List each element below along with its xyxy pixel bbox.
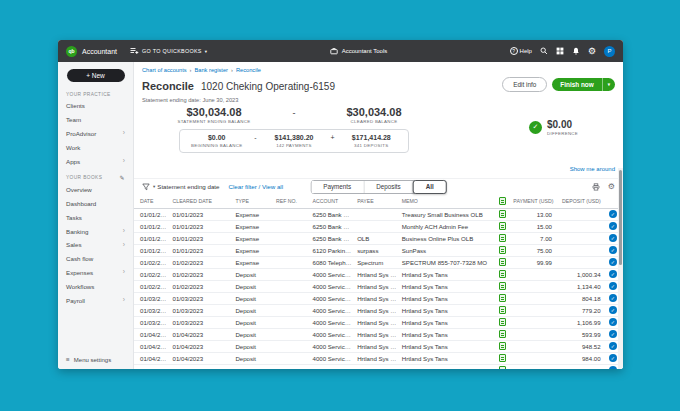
receipt-icon[interactable] — [499, 222, 506, 230]
receipt-icon[interactable] — [499, 270, 506, 278]
table-settings-gear-icon[interactable]: ⚙ — [608, 183, 615, 191]
table-row[interactable]: 01/03/202301/03/2023Deposit4000 Service … — [134, 292, 623, 304]
cleared-radio-icon[interactable]: ✓ — [609, 246, 617, 254]
tab-deposits[interactable]: Deposits — [364, 181, 414, 193]
sidebar-item-overview[interactable]: Overview — [58, 183, 133, 197]
edit-info-button[interactable]: Edit info — [502, 77, 547, 92]
profile-avatar[interactable]: P — [604, 46, 615, 57]
receipt-icon[interactable] — [499, 234, 506, 242]
cleared-radio-icon[interactable]: ✓ — [609, 342, 617, 350]
ref-no-cell — [274, 304, 311, 316]
column-header-payment-usd[interactable]: PAYMENT (USD) — [511, 194, 554, 209]
tab-payments[interactable]: Payments — [311, 181, 364, 193]
sidebar-item-cash-flow[interactable]: Cash flow — [58, 252, 133, 266]
sidebar-item-apps[interactable]: Apps› — [58, 154, 133, 168]
column-header-deposit-usd[interactable]: DEPOSIT (USD) — [554, 194, 603, 209]
sidebar-item-team[interactable]: Team — [58, 113, 133, 127]
sidebar-item-expenses[interactable]: Expenses› — [58, 266, 133, 280]
sidebar-item-proadvisor[interactable]: ProAdvisor› — [58, 127, 133, 141]
sidebar-item-tasks[interactable]: Tasks — [58, 210, 133, 224]
deposits-count-label[interactable]: 341 DEPOSITS — [339, 143, 404, 148]
sidebar-item-sales[interactable]: Sales› — [58, 238, 133, 252]
filter-button[interactable]: ▾ — [142, 183, 155, 191]
table-row[interactable]: 01/01/202301/01/2023Expense6120 Parking … — [134, 244, 623, 256]
table-row[interactable]: 01/03/202301/03/2023Deposit4000 Service … — [134, 316, 623, 328]
payee-cell: Hrtland Sys Tans — [355, 340, 400, 352]
cleared-radio-icon[interactable]: ✓ — [609, 306, 617, 314]
edit-menu-pencil-icon[interactable]: ✎ — [120, 174, 125, 181]
cleared-radio-icon[interactable]: ✓ — [609, 282, 617, 290]
receipt-icon[interactable] — [499, 330, 506, 338]
column-header-payee[interactable]: PAYEE — [355, 194, 400, 209]
table-row[interactable]: 01/04/202301/04/2023Deposit4000 Service … — [134, 364, 623, 369]
accountant-tools-menu[interactable]: Accountant Tools — [330, 47, 388, 55]
settings-gear-icon[interactable]: ⚙ — [588, 47, 596, 56]
cleared-radio-icon[interactable]: ✓ — [609, 210, 617, 218]
table-row[interactable]: 01/04/202301/04/2023Deposit4000 Service … — [134, 340, 623, 352]
cleared-radio-icon[interactable]: ✓ — [609, 234, 617, 242]
apps-grid-icon[interactable] — [556, 47, 564, 55]
table-row[interactable]: 01/04/202301/04/2023Deposit4000 Service … — [134, 352, 623, 364]
receipt-icon[interactable] — [499, 282, 506, 290]
cleared-radio-icon[interactable]: ✓ — [609, 270, 617, 278]
column-header-account[interactable]: ACCOUNT — [311, 194, 356, 209]
breadcrumb-link-reconcile[interactable]: Reconcile — [236, 67, 261, 73]
sidebar-item-payroll[interactable]: Payroll› — [58, 293, 133, 307]
column-header-memo[interactable]: MEMO — [400, 194, 493, 209]
table-row[interactable]: 01/02/202301/02/2023Expense6080 Telephon… — [134, 256, 623, 268]
breadcrumb-link-bank-register[interactable]: Bank register — [194, 67, 228, 73]
print-icon[interactable] — [592, 183, 600, 191]
cleared-radio-icon[interactable]: ✓ — [609, 330, 617, 338]
cleared-date-cell: 01/01/2023 — [171, 220, 234, 232]
breadcrumb-link-chart-of-accounts[interactable]: Chart of accounts — [142, 67, 187, 73]
table-row[interactable]: 01/03/202301/03/2023Deposit4000 Service … — [134, 304, 623, 316]
cleared-radio-icon[interactable]: ✓ — [609, 258, 617, 266]
column-header-ref-no-[interactable]: REF NO. — [274, 194, 311, 209]
table-row[interactable]: 01/01/202301/01/2023Expense6250 Bank Cha… — [134, 220, 623, 232]
finish-now-button[interactable]: Finish now ▾ — [552, 78, 615, 91]
cleared-radio-icon[interactable]: ✓ — [609, 294, 617, 302]
account-cell: 6080 Telephone ... — [311, 256, 356, 268]
cleared-radio-icon[interactable]: ✓ — [609, 222, 617, 230]
sidebar-item-clients[interactable]: Clients — [58, 99, 133, 113]
menu-settings[interactable]: ≡ Menu settings — [58, 356, 133, 363]
cleared-date-cell: 01/03/2023 — [171, 316, 234, 328]
column-header-date[interactable]: DATE — [134, 194, 171, 209]
receipt-icon[interactable] — [499, 366, 506, 369]
clear-filter-link[interactable]: Clear filter / View all — [229, 183, 284, 190]
finish-now-dropdown-icon[interactable]: ▾ — [603, 79, 615, 90]
receipt-icon[interactable] — [499, 342, 506, 350]
receipt-icon[interactable] — [499, 354, 506, 362]
table-row[interactable]: 01/04/202301/04/2023Deposit4000 Service … — [134, 328, 623, 340]
table-row[interactable]: 01/01/202301/01/2023Expense6250 Bank Cha… — [134, 232, 623, 244]
column-header-type[interactable]: TYPE — [233, 194, 274, 209]
sidebar-item-workflows[interactable]: Workflows — [58, 279, 133, 293]
cleared-radio-icon[interactable]: ✓ — [609, 354, 617, 362]
vertical-scrollbar[interactable] — [618, 168, 623, 369]
search-icon[interactable] — [540, 47, 548, 55]
scrollbar-thumb[interactable] — [619, 170, 622, 265]
cleared-radio-icon[interactable]: ✓ — [609, 366, 617, 369]
ref-no-cell — [274, 268, 311, 280]
sidebar-item-banking[interactable]: Banking› — [58, 224, 133, 238]
payments-count-label[interactable]: 142 PAYMENTS — [261, 143, 326, 148]
receipt-icon[interactable] — [499, 306, 506, 314]
receipt-icon[interactable] — [499, 258, 506, 266]
receipt-icon[interactable] — [499, 210, 506, 218]
go-to-quickbooks-menu[interactable]: GO TO QUICKBOOKS ▾ — [130, 47, 207, 55]
table-row[interactable]: 01/02/202301/02/2023Deposit4000 Service … — [134, 268, 623, 280]
receipt-icon[interactable] — [499, 246, 506, 254]
cleared-radio-icon[interactable]: ✓ — [609, 318, 617, 326]
new-button[interactable]: + New — [67, 69, 125, 82]
table-row[interactable]: 01/01/202301/01/2023Expense6250 Bank Cha… — [134, 208, 623, 220]
table-row[interactable]: 01/02/202301/02/2023Deposit4000 Service … — [134, 280, 623, 292]
sidebar-item-work[interactable]: Work — [58, 140, 133, 154]
column-header-cleared-date[interactable]: CLEARED DATE — [171, 194, 234, 209]
sidebar-item-dashboard[interactable]: Dashboard — [58, 197, 133, 211]
receipt-icon[interactable] — [499, 294, 506, 302]
show-me-around-link[interactable]: Show me around — [570, 166, 615, 172]
notifications-bell-icon[interactable] — [572, 47, 580, 55]
help-button[interactable]: ? Help — [510, 47, 532, 55]
receipt-icon[interactable] — [499, 318, 506, 326]
tab-all[interactable]: All — [413, 180, 447, 194]
